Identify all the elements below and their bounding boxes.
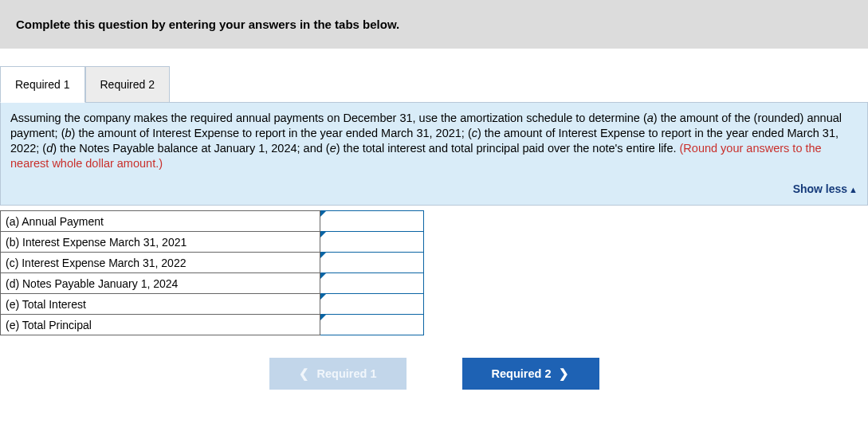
instr-text: ) the amount of Interest Expense to repo… bbox=[72, 127, 472, 139]
input-interest-2021[interactable] bbox=[320, 232, 423, 252]
instr-e: e bbox=[330, 142, 336, 155]
tab-required-1[interactable]: Required 1 bbox=[0, 66, 85, 103]
instruction-box: Assuming the company makes the required … bbox=[0, 103, 868, 206]
input-total-interest[interactable] bbox=[320, 294, 423, 314]
instr-text: ) the total interest and total principal… bbox=[336, 142, 680, 155]
row-label-d: (d) Notes Payable January 1, 2024 bbox=[1, 273, 320, 294]
show-less-label: Show less bbox=[793, 182, 847, 195]
table-row: (a) Annual Payment bbox=[1, 211, 424, 232]
table-row: (e) Total Interest bbox=[1, 294, 424, 315]
row-label-c: (c) Interest Expense March 31, 2022 bbox=[1, 253, 320, 273]
caret-up-icon: ▲ bbox=[849, 185, 858, 194]
table-row: (c) Interest Expense March 31, 2022 bbox=[1, 253, 424, 273]
chevron-left-icon: ❮ bbox=[299, 367, 309, 380]
row-label-e1: (e) Total Interest bbox=[1, 294, 320, 315]
input-notes-payable-2024[interactable] bbox=[320, 273, 423, 293]
next-button[interactable]: Required 2 ❯ bbox=[462, 358, 599, 390]
answer-table: (a) Annual Payment (b) Interest Expense … bbox=[0, 210, 424, 335]
row-label-e2: (e) Total Principal bbox=[1, 315, 320, 335]
input-interest-2022[interactable] bbox=[320, 253, 423, 272]
prev-button-label: Required 1 bbox=[317, 367, 377, 380]
input-annual-payment[interactable] bbox=[320, 211, 423, 231]
instr-text: ) the Notes Payable balance at January 1… bbox=[53, 142, 329, 155]
input-total-principal[interactable] bbox=[320, 315, 423, 335]
instr-b: b bbox=[65, 127, 72, 139]
chevron-right-icon: ❯ bbox=[559, 367, 569, 380]
next-button-label: Required 2 bbox=[492, 367, 552, 380]
instruction-banner: Complete this question by entering your … bbox=[0, 0, 868, 49]
nav-row: ❮ Required 1 Required 2 ❯ bbox=[0, 358, 868, 390]
instr-c: c bbox=[472, 127, 477, 139]
row-label-b: (b) Interest Expense March 31, 2021 bbox=[1, 232, 320, 253]
tabs-row: Required 1 Required 2 bbox=[0, 66, 868, 103]
table-row: (d) Notes Payable January 1, 2024 bbox=[1, 273, 424, 294]
table-row: (b) Interest Expense March 31, 2021 bbox=[1, 232, 424, 253]
prev-button: ❮ Required 1 bbox=[269, 358, 407, 390]
instr-text: Assuming the company makes the required … bbox=[10, 112, 647, 124]
table-row: (e) Total Principal bbox=[1, 315, 424, 335]
tab-required-2[interactable]: Required 2 bbox=[85, 66, 171, 102]
row-label-a: (a) Annual Payment bbox=[1, 211, 320, 232]
show-less-toggle[interactable]: Show less▲ bbox=[793, 182, 858, 195]
instr-a: a bbox=[647, 112, 654, 124]
